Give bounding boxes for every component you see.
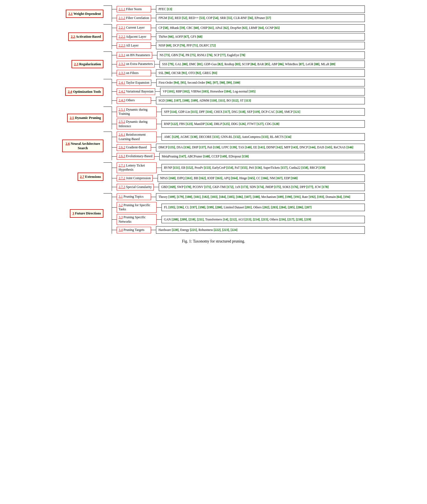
branch-label-b3_2: 3.2 Pruning for Specific Tasks [117,202,157,213]
h-connector-s2_4 [103,79,112,104]
section-col-s2_2: 2.2 Activation-Based [62,24,103,50]
branch-label-b2_6_1: 2.6.1 Reinforcement Learning-Based [117,132,157,142]
section-group-s3: 3 Future Directions3.1 Pruning TopicsThe… [62,193,365,234]
section-col-s2_1: 2.1 Weight-Dependent [62,6,103,22]
branch-h-b2_4_3 [151,100,156,101]
content-box-b2_2_3: NISP [69], DCP [70], PFP [71], DLRFC [72… [156,42,365,49]
figure-caption: Fig. 1: Taxonomy for structured pruning. [6,239,421,244]
branch-h-b2_5_2 [157,124,162,124]
branches-col-s2_1: 2.1.1 Filter NormPFEC [13]2.1.2 Filter C… [112,6,365,22]
branch-tick-b2_4_2 [112,91,117,92]
branch-tick-b2_1_1 [112,9,117,9]
section-col-s2_6: 2.6 Neural Architecture Search [62,132,103,160]
h-connector-s2_5 [103,107,112,129]
branch-row-b2_7_2: 2.7.2 Joint CompressionNPAS [160], DJPQ … [112,175,365,182]
content-box-b3_4: Hardware [220], Energy [221], Robustness… [156,226,365,234]
branch-label-b2_3_1: 2.3.1 on BN Parameters [117,52,152,59]
branch-h-b2_2_3 [151,45,156,46]
section-label-s2_1: 2.1 Weight-Dependent [66,10,103,18]
section-group-s2_1: 2.1 Weight-Dependent2.1.1 Filter NormPFE… [62,6,365,22]
branch-label-b2_4_1: 2.4.1 Taylor Expansion [117,80,151,86]
branch-label-b3_4: 3.4 Pruning Targets [117,227,151,233]
content-box-b2_2_1: CP [58], HRank [59], CBC [60], CHIP [61]… [156,24,365,32]
branch-row-b2_7_1: 2.7.1 Lottery Ticket HypothesisRVNP [151… [112,162,365,173]
section-group-s2_2: 2.2 Activation-Based2.2.1 Current LayerC… [62,24,365,50]
branch-row-b2_6_2: 2.6.2 Gradient-BasedDMCP [135], DSA [136… [112,144,365,151]
section-group-s2_7: 2.7 Extensions2.7.1 Lottery Ticket Hypot… [62,162,365,191]
branch-tick-b3_2 [112,207,117,208]
branch-h-b2_4_2 [155,91,160,92]
branch-h-b2_5_1 [157,112,162,112]
section-col-s3: 3 Future Directions [62,193,103,234]
branch-label-b2_2_1: 2.2.1 Current Layer [117,24,151,31]
section-label-s2_6: 2.6 Neural Architecture Search [62,140,103,152]
section-group-s2_6: 2.6 Neural Architecture Search2.6.1 Rein… [62,132,365,160]
branch-label-b3_1: 3.1 Pruning Topics [117,194,151,200]
v-line-s3 [112,193,112,234]
branch-row-b3_4: 3.4 Pruning TargetsHardware [220], Energ… [112,226,365,234]
h-connector-s2_7 [103,162,112,191]
section-label-s3: 3 Future Directions [70,209,103,217]
branch-tick-b2_7_2 [112,178,117,178]
branch-tick-b2_7_3 [112,187,117,187]
branch-row-b2_1_2: 2.1.2 Filter CorrelationFPGM [51], RED [… [112,14,365,22]
branch-tick-b2_6_1 [112,137,117,137]
content-box-b3_1: Theory [109], [179], [180], [181], [182]… [156,193,365,201]
branch-h-b2_2_1 [151,28,156,28]
branch-h-b2_6_3 [154,156,159,157]
section-col-s2_3: 2.3 Regularization [62,51,103,77]
v-line-s2_7 [112,162,112,191]
branch-row-b2_5_2: 2.5.2 Dynamic during InferenceRNP [122],… [112,119,365,129]
branch-tick-b3_3 [112,219,117,220]
v-line-s2_1 [112,6,112,22]
h-connector-s2_2 [103,24,112,50]
branch-h-b2_6_2 [151,147,156,148]
branch-label-b2_7_1: 2.7.1 Lottery Ticket Hypothesis [117,162,157,173]
branch-tick-b3_1 [112,197,117,197]
v-line-s2_3 [112,51,112,77]
branch-h-b3_4 [151,230,156,230]
content-box-b2_2_2: ThiNet [66], AOFP [67], GFS [68] [156,33,365,40]
branches-col-s2_3: 2.3.1 on BN ParametersNS [73], GBN [74],… [112,51,365,77]
branch-h-b2_1_2 [151,18,156,18]
v-line-s2_6 [112,132,112,160]
branch-label-b2_4_3: 2.4.3 Others [117,97,151,104]
branch-label-b2_7_3: 2.7.3 Special Granularity [117,184,154,190]
content-box-b2_6_1: AMC [129], AGMC [130], DECORE [131], GNN… [162,133,365,141]
branch-row-b3_2: 3.2 Pruning for Specific TasksFL [195], … [112,202,365,213]
branch-tick-b2_6_2 [112,147,117,148]
section-label-s2_2: 2.2 Activation-Based [68,32,103,41]
branch-tick-b2_7_1 [112,168,117,168]
v-line-s2_5 [112,107,112,129]
branch-tick-b2_4_1 [112,83,117,83]
branch-label-b2_7_2: 2.7.2 Joint Compression [117,175,153,182]
branch-row-b2_4_1: 2.4.1 Taylor ExpansionFirst-Order [94], … [112,79,365,86]
branch-row-b3_3: 3.3 Pruning Specific NetworksGAN [208], … [112,214,365,225]
branch-h-b2_4_1 [151,83,156,83]
v-line-s2_2 [112,24,112,50]
content-box-b2_5_1: SFP [114], GDP-Lin [115], DPF [116], CHE… [162,108,365,116]
content-box-b2_4_2: VP [101], RBP [102], VIBNet [103], Horse… [160,88,365,95]
branch-row-b2_2_2: 2.2.2 Adjacent LayerThiNet [66], AOFP [6… [112,33,365,40]
h-connector-s3 [103,193,112,234]
branch-tick-b2_2_3 [112,45,117,46]
branch-tick-b2_2_1 [112,28,117,28]
branch-tick-b2_6_3 [112,156,117,157]
branch-h-b2_7_1 [157,168,162,168]
branch-label-b2_2_2: 2.2.2 Adjacent Layer [117,34,151,40]
branch-h-b3_2 [157,207,162,208]
branch-h-b2_1_1 [151,9,156,9]
branch-h-b2_3_1 [152,55,157,55]
branch-row-b2_3_2: 2.3.2 on Extra ParametersSSS [79], GAL [… [112,61,365,68]
section-label-s2_7: 2.7 Extensions [78,173,103,181]
branches-col-s2_7: 2.7.1 Lottery Ticket HypothesisRVNP [151… [112,162,365,191]
content-box-b2_4_1: First-Order [94], [95], Second-Order [96… [156,79,365,86]
content-box-b2_7_1: RVNP [151], EB [152], ProsPr [153], Earl… [162,164,365,171]
branch-label-b2_1_2: 2.1.2 Filter Correlation [117,15,151,21]
section-label-s2_3: 2.3 Regularization [72,60,103,68]
branch-row-b2_2_1: 2.2.1 Current LayerCP [58], HRank [59], … [112,24,365,32]
branch-h-b2_7_2 [153,178,158,178]
branch-row-b2_6_1: 2.6.1 Reinforcement Learning-BasedAMC [1… [112,132,365,142]
branch-tick-b2_5_1 [112,112,117,112]
branch-row-b2_5_1: 2.5.1 Dynamic during TrainingSFP [114], … [112,107,365,117]
